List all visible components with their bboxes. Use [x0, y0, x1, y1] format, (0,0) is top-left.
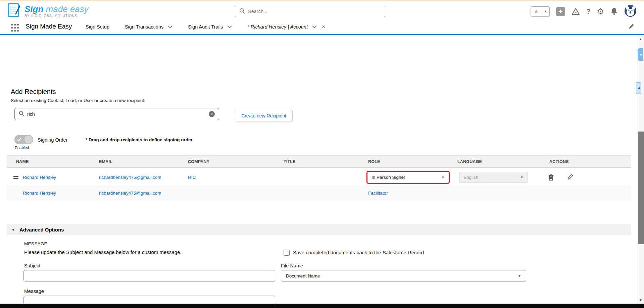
expand-panel-tab[interactable]: ◀: [636, 82, 641, 94]
chevron-down-icon[interactable]: [227, 24, 232, 30]
nav-tabs: Sign Setup Sign Transactions Sign Audit …: [86, 19, 325, 34]
user-avatar[interactable]: [624, 5, 637, 18]
create-new-recipient-button[interactable]: Create new Recipient: [235, 110, 293, 121]
table-header-row: NAME EMAIL COMPANY TITLE ROLE LANGUAGE A…: [7, 155, 631, 168]
subject-input[interactable]: [23, 270, 275, 281]
role-select-value: In Person Signer: [371, 175, 441, 180]
logo-brand-suffix: made easy: [46, 4, 89, 14]
language-select-disabled: English ▼: [459, 172, 528, 183]
toggle-knob: [24, 136, 33, 144]
section-collapse-icon[interactable]: ▼: [11, 228, 15, 232]
column-header-role: ROLE: [368, 159, 380, 164]
tab-sign-audit-trails[interactable]: Sign Audit Trails: [188, 24, 232, 30]
recipient-search-box[interactable]: ×: [14, 108, 219, 120]
logo-text: Sign made easy BY HIC GLOBAL SOLUTIONS: [24, 5, 89, 18]
chevron-down-icon: ▼: [520, 175, 524, 179]
recipient-name-link[interactable]: Richard Hensley: [23, 191, 56, 196]
edit-pencil-icon[interactable]: [567, 174, 574, 182]
save-documents-label: Save completed documents back to the Sal…: [293, 250, 424, 255]
favorites-control[interactable]: ★ ▼: [531, 6, 550, 17]
clear-search-icon[interactable]: ×: [209, 111, 215, 117]
message-hint: Please update the Subject and Message be…: [24, 249, 182, 255]
column-header-title: TITLE: [284, 159, 296, 164]
column-header-name: NAME: [16, 159, 29, 164]
vertical-scrollbar[interactable]: ▲ ▼: [637, 35, 644, 308]
favorites-star-icon[interactable]: ★: [531, 7, 542, 16]
language-select-value: English: [463, 175, 520, 180]
file-name-value: Document Name: [286, 273, 518, 278]
notifications-bell-icon[interactable]: [610, 7, 618, 15]
advanced-options-header[interactable]: ▼ Advanced Options: [7, 224, 631, 235]
table-row: Richard Hensley richardhensley475@gmail.…: [7, 168, 631, 187]
column-header-email: EMAIL: [99, 159, 112, 164]
add-recipients-title: Add Recipients: [11, 88, 56, 96]
subject-label: Subject: [24, 263, 40, 268]
app-logo: Sign made easy BY HIC GLOBAL SOLUTIONS: [7, 3, 89, 19]
app-window: Sign made easy BY HIC GLOBAL SOLUTIONS ★…: [0, 0, 644, 308]
setup-gear-icon[interactable]: ⚙: [597, 7, 604, 16]
toggle-state-label: Enabled: [15, 146, 29, 150]
signing-order-toggle[interactable]: [14, 135, 33, 144]
quick-create-icon[interactable]: +: [556, 7, 565, 16]
scrollbar-thumb[interactable]: [638, 132, 644, 244]
signing-order-note: * Drag and drop recipients to define sig…: [86, 137, 194, 142]
tab-label: Sign Setup: [86, 24, 109, 30]
signing-order-label: Signing Order: [38, 137, 67, 143]
unsaved-marker: *: [247, 24, 249, 30]
bottom-black-bar: [0, 304, 644, 308]
trailhead-icon[interactable]: [572, 8, 580, 15]
recipient-email-link[interactable]: richardhensley475@gmail.com: [99, 175, 161, 180]
app-launcher-icon[interactable]: [11, 24, 19, 32]
file-name-select[interactable]: Document Name ▼: [281, 270, 526, 281]
message-section-label: MESSAGE: [24, 241, 47, 246]
chevron-down-icon: ▼: [441, 175, 445, 179]
recipient-role-link[interactable]: Facilitator: [368, 191, 388, 196]
tab-label: Sign Transactions: [125, 24, 163, 30]
logo-document-icon: [7, 3, 21, 19]
expand-panel-tab[interactable]: ◀: [638, 48, 643, 61]
favorites-dropdown-icon[interactable]: ▼: [542, 7, 549, 16]
search-icon: [239, 8, 245, 15]
save-documents-checkbox[interactable]: [284, 250, 290, 256]
scroll-down-icon[interactable]: ▼: [637, 298, 644, 302]
chevron-down-icon: ▼: [518, 274, 521, 278]
header-utility-icons: ★ ▼ + ? ⚙: [531, 4, 637, 18]
column-header-language: LANGUAGE: [457, 159, 482, 164]
chevron-down-icon[interactable]: [168, 24, 172, 30]
help-icon[interactable]: ?: [586, 7, 591, 15]
column-header-actions: ACTIONS: [549, 159, 569, 164]
recipient-email-link[interactable]: richardhensley475@gmail.com: [99, 191, 161, 196]
global-search-input[interactable]: [248, 9, 381, 14]
tab-label: Richard Hensley | Account: [251, 24, 308, 30]
close-tab-icon[interactable]: ×: [322, 23, 325, 30]
logo-brand: Sign: [24, 4, 43, 14]
drag-handle-icon[interactable]: [13, 176, 18, 180]
scroll-up-icon[interactable]: ▲: [637, 37, 644, 41]
edit-page-pencil-icon[interactable]: [628, 23, 635, 31]
recipient-name-link[interactable]: Richard Hensley: [23, 175, 56, 180]
add-recipients-subtitle: Select an existing Contact, Lead, or Use…: [11, 98, 145, 103]
delete-trash-icon[interactable]: [548, 174, 554, 182]
recipients-table: NAME EMAIL COMPANY TITLE ROLE LANGUAGE A…: [7, 155, 631, 199]
role-select-highlighted[interactable]: In Person Signer ▼: [366, 171, 450, 184]
global-search[interactable]: [235, 6, 385, 17]
tab-label: Sign Audit Trails: [188, 24, 223, 30]
tab-sign-transactions[interactable]: Sign Transactions: [125, 24, 172, 30]
file-name-label: File Name: [281, 263, 303, 268]
tab-richard-hensley-account[interactable]: *Richard Hensley | Account ×: [247, 23, 325, 30]
column-header-company: COMPANY: [188, 159, 209, 164]
search-icon: [19, 111, 24, 117]
check-icon: [17, 137, 22, 142]
app-name: Sign Made Easy: [26, 23, 72, 30]
global-header: Sign made easy BY HIC GLOBAL SOLUTIONS ★…: [0, 1, 644, 19]
message-label: Message: [24, 289, 44, 294]
recipient-company-link[interactable]: HIC: [188, 175, 196, 180]
logo-tagline: BY HIC GLOBAL SOLUTIONS: [24, 14, 89, 18]
recipient-search-input[interactable]: [27, 111, 206, 117]
chevron-down-icon[interactable]: [312, 24, 317, 30]
advanced-options-title: Advanced Options: [19, 227, 64, 233]
tab-sign-setup[interactable]: Sign Setup: [86, 24, 109, 30]
table-row: Richard Hensley richardhensley475@gmail.…: [7, 187, 631, 199]
app-nav-bar: Sign Made Easy Sign Setup Sign Transacti…: [0, 19, 644, 35]
